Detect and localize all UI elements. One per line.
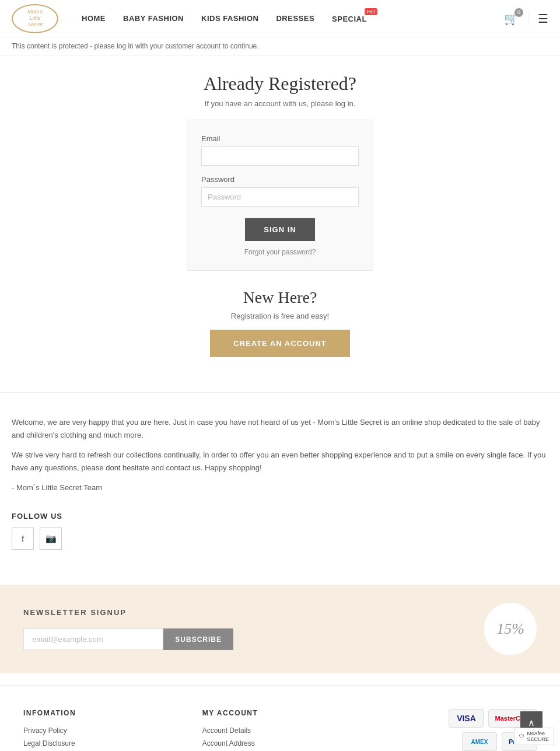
footer-info-list: Privacy Policy Legal Disclosure Terms & …: [23, 725, 179, 751]
follow-us-section: FOLLOW US f 📷: [12, 512, 548, 550]
footer-info-title: INFOMATION: [23, 709, 179, 717]
sign-in-button[interactable]: SIGN IN: [245, 218, 315, 241]
footer-account-list: Account Details Account Address Shop Our…: [202, 725, 358, 751]
login-section: Already Registered? If you have an accou…: [12, 73, 548, 271]
list-item: Legal Disclosure: [23, 738, 179, 747]
main-content: Already Registered? If you have an accou…: [0, 55, 560, 392]
footer: INFOMATION Privacy Policy Legal Disclosu…: [0, 685, 560, 751]
site-logo[interactable]: Mom'sLittleSecret: [12, 4, 64, 33]
header-actions: 🛒 0 ☰: [504, 12, 548, 26]
hamburger-menu[interactable]: ☰: [528, 12, 548, 26]
team-signature: - Mom´s Little Secret Team: [12, 481, 548, 494]
login-form-box: Email Password SIGN IN Forgot your passw…: [187, 120, 373, 271]
nav-baby-fashion[interactable]: BABY FASHION: [123, 14, 184, 23]
password-group: Password: [201, 175, 359, 207]
nav-kids-fashion[interactable]: KIDS FASHION: [201, 14, 258, 23]
forgot-password-link[interactable]: Forgot your password?: [201, 248, 359, 256]
email-label: Email: [201, 134, 359, 143]
welcome-paragraph-1: Welcome, we are very happy that you are …: [12, 416, 548, 442]
discount-circle: 15%: [484, 603, 537, 655]
logo-image: Mom'sLittleSecret: [12, 4, 58, 33]
social-icons: f 📷: [12, 528, 548, 550]
visa-badge: VISA: [449, 709, 484, 728]
nav-dresses[interactable]: DRESSES: [276, 14, 314, 23]
nav-special-wrap: SPECIAL Hot: [332, 14, 367, 23]
new-here-subtitle: Registration is free and easy!: [12, 312, 548, 320]
list-item: Account Address: [202, 738, 358, 747]
facebook-icon: f: [22, 534, 24, 544]
create-account-button[interactable]: CREATE AN ACCOUNT: [210, 330, 350, 357]
newsletter-form: SUBSCRIBE: [23, 628, 233, 650]
email-group: Email: [201, 134, 359, 166]
mcafee-badge: 🛡 McAfeeSECURE: [514, 728, 554, 745]
site-header: Mom'sLittleSecret HOME BABY FASHION KIDS…: [0, 0, 560, 37]
password-label: Password: [201, 175, 359, 184]
welcome-section: Welcome, we are very happy that you are …: [0, 392, 560, 573]
list-item: Account Details: [202, 725, 358, 735]
subscribe-button[interactable]: SUBSCRIBE: [163, 628, 233, 650]
instagram-button[interactable]: 📷: [40, 528, 62, 550]
welcome-paragraph-2: We strive very hard to refresh our colle…: [12, 449, 548, 474]
mcafee-label: McAfeeSECURE: [527, 731, 549, 742]
follow-us-label: FOLLOW US: [12, 512, 548, 521]
footer-payment-col: VISA MasterCard AMEX PayPal amazon pay A…: [381, 709, 537, 751]
main-nav: HOME BABY FASHION KIDS FASHION DRESSES S…: [82, 14, 504, 23]
nav-home[interactable]: HOME: [82, 14, 106, 23]
newsletter-section: NEWSLETTER SIGNUP SUBSCRIBE 15%: [0, 585, 560, 673]
discount-value: 15%: [496, 620, 524, 638]
new-here-section: New Here? Registration is free and easy!…: [12, 288, 548, 357]
list-item: Privacy Policy: [23, 725, 179, 735]
cart-button[interactable]: 🛒 0: [504, 12, 519, 26]
amex-badge: AMEX: [462, 732, 497, 751]
login-title: Already Registered?: [12, 73, 548, 95]
mcafee-icon: 🛡: [519, 733, 524, 739]
hot-badge: Hot: [365, 8, 377, 15]
login-subtitle: If you have an account with us, please l…: [12, 99, 548, 108]
account-details-link[interactable]: Account Details: [202, 726, 251, 735]
nav-special[interactable]: SPECIAL: [332, 15, 367, 23]
newsletter-title: NEWSLETTER SIGNUP: [23, 608, 537, 617]
newsletter-email-input[interactable]: [23, 628, 163, 650]
protected-banner: This content is protected - please log i…: [0, 37, 560, 55]
footer-account-title: MY ACCOUNT: [202, 709, 358, 717]
email-input[interactable]: [201, 146, 359, 166]
footer-info-col: INFOMATION Privacy Policy Legal Disclosu…: [23, 709, 179, 751]
cart-count: 0: [514, 8, 523, 17]
facebook-button[interactable]: f: [12, 528, 34, 550]
privacy-policy-link[interactable]: Privacy Policy: [23, 726, 67, 735]
footer-account-col: MY ACCOUNT Account Details Account Addre…: [202, 709, 358, 751]
new-here-title: New Here?: [12, 288, 548, 307]
footer-columns: INFOMATION Privacy Policy Legal Disclosu…: [23, 709, 537, 751]
instagram-icon: 📷: [46, 533, 57, 544]
account-address-link[interactable]: Account Address: [202, 739, 255, 747]
password-input[interactable]: [201, 187, 359, 207]
legal-disclosure-link[interactable]: Legal Disclosure: [23, 739, 75, 747]
